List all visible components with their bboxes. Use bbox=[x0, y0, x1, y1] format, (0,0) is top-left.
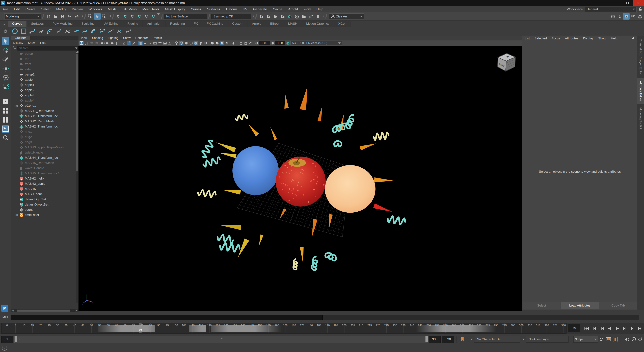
outliner-item-MASH5[interactable]: MASH5 bbox=[11, 186, 78, 191]
play-backwards-button[interactable] bbox=[606, 325, 613, 332]
shelf-tab-xgen[interactable]: XGen bbox=[334, 21, 351, 27]
shelf-tab-bifrost[interactable]: Bifrost bbox=[266, 21, 284, 27]
range-grip[interactable] bbox=[221, 338, 224, 340]
viewport-tool-pencil-12[interactable] bbox=[132, 41, 136, 45]
shelf-tab-sculpting[interactable]: Sculpting bbox=[77, 21, 99, 27]
select-object-button[interactable] bbox=[94, 13, 100, 20]
snap-projected-center-button[interactable] bbox=[136, 13, 142, 20]
ae-menu-list[interactable]: List bbox=[522, 37, 532, 40]
outliner-item-MASH2_helix[interactable]: MASH2_helix bbox=[11, 176, 78, 181]
set-key-icon[interactable] bbox=[612, 336, 619, 343]
pause-viewport-button[interactable] bbox=[314, 13, 321, 20]
menu-help[interactable]: Help bbox=[314, 6, 326, 13]
render-flags-button[interactable] bbox=[294, 13, 300, 20]
current-frame-field[interactable]: 79 bbox=[568, 324, 580, 332]
viewport-menu-lighting[interactable]: Lighting bbox=[106, 36, 121, 40]
shelf-tab-mash[interactable]: MASH bbox=[284, 21, 302, 27]
exposure-icon[interactable] bbox=[254, 41, 259, 45]
outliner-item-MASH4_Transform_loc[interactable]: MASH4_Transform_loc bbox=[11, 155, 78, 160]
symmetry-field[interactable]: Symmetry: Off bbox=[211, 14, 251, 19]
menu-surfaces[interactable]: Surfaces bbox=[204, 6, 223, 13]
layout-two-pane[interactable] bbox=[2, 116, 10, 124]
right-tab-attribute-editor[interactable]: Attribute Editor bbox=[637, 78, 644, 104]
maximize-button[interactable] bbox=[622, 0, 633, 6]
outliner-item-side[interactable]: side bbox=[11, 67, 78, 72]
statusline-grip[interactable] bbox=[112, 14, 114, 19]
go-to-end-button[interactable] bbox=[637, 325, 644, 332]
animation-start-field[interactable]: 1 bbox=[1, 336, 13, 343]
viewport-tool-img-3[interactable] bbox=[94, 41, 98, 45]
menu-cache[interactable]: Cache bbox=[270, 6, 286, 13]
ae-menu-show[interactable]: Show bbox=[596, 37, 608, 40]
anim-layer-dropdown[interactable]: No Anim Layer bbox=[526, 336, 568, 342]
rotate-tool[interactable]: 4"> bbox=[2, 74, 10, 81]
outliner-item-ring3[interactable]: ring3 bbox=[11, 139, 78, 145]
menu-deform[interactable]: Deform bbox=[223, 6, 240, 13]
range-slider[interactable]: 1 bbox=[14, 336, 428, 343]
auto-key-icon[interactable] bbox=[637, 336, 644, 343]
viewport-menu-view[interactable]: View bbox=[78, 36, 90, 40]
menu-flow[interactable]: Flow bbox=[301, 6, 314, 13]
step-forward-key-button[interactable] bbox=[622, 325, 628, 332]
right-tab-channel-box-layer-editor[interactable]: Channel Box / Layer Editor bbox=[637, 36, 644, 78]
render-frame-button[interactable] bbox=[265, 13, 272, 20]
chevron-down-icon[interactable] bbox=[75, 48, 78, 49]
statusline-grip[interactable] bbox=[208, 14, 210, 19]
expand-icon[interactable]: ⊞ bbox=[14, 104, 19, 108]
scroll-up-icon[interactable] bbox=[76, 51, 78, 53]
gamma-icon[interactable] bbox=[270, 41, 274, 45]
shelf-cv-curve-icon[interactable] bbox=[28, 27, 36, 35]
expand-icon[interactable] bbox=[108, 14, 111, 19]
character-set-dropdown[interactable]: No Character Set bbox=[474, 336, 520, 342]
layout-single-pane[interactable] bbox=[2, 98, 10, 106]
outliner-item-apple3[interactable]: apple3 bbox=[11, 93, 78, 98]
viewport-tool-reg-19[interactable] bbox=[162, 41, 167, 45]
outliner-search-input[interactable] bbox=[17, 46, 78, 51]
menu-create[interactable]: Create bbox=[23, 6, 38, 13]
script-editor-badge[interactable]: M bbox=[1, 305, 8, 312]
ipr-render-button[interactable]: IPR bbox=[272, 13, 279, 20]
outliner-horizontal-scrollbar[interactable]: ◀ ▶ bbox=[11, 309, 78, 312]
minimize-button[interactable] bbox=[611, 0, 622, 6]
shelf-curve-edit-icon[interactable] bbox=[55, 27, 62, 35]
gamma-field[interactable]: 1.00 bbox=[275, 41, 285, 45]
viewport-tool-cubed-25[interactable] bbox=[189, 41, 193, 45]
viewport-tool-ball-28[interactable] bbox=[203, 41, 208, 45]
scrollbar-thumb[interactable] bbox=[17, 309, 70, 311]
snap-live-surface-button[interactable] bbox=[150, 13, 157, 20]
outliner-item-persp[interactable]: persp bbox=[11, 51, 78, 56]
shelf-tab-custom[interactable]: Custom bbox=[228, 21, 248, 27]
user-account-dropdown[interactable]: Ziye An bbox=[329, 14, 364, 20]
shelf-tab-fx-caching[interactable]: FX Caching bbox=[202, 21, 228, 27]
outliner-item-twist1Handle[interactable]: twist1Handle bbox=[11, 150, 78, 155]
shelf-tab-arnold[interactable]: Arnold bbox=[248, 21, 266, 27]
shelf-tab-rendering[interactable]: Rendering bbox=[166, 21, 189, 27]
range-start-handle[interactable] bbox=[15, 336, 17, 342]
menu-file[interactable]: File bbox=[0, 6, 11, 13]
outliner-item-defaultObjectSet[interactable]: defaultObjectSet bbox=[11, 202, 78, 207]
ae-button-select[interactable]: Select bbox=[522, 302, 560, 309]
ae-menu-focus[interactable]: Focus bbox=[549, 37, 563, 40]
outliner-item-front[interactable]: front bbox=[11, 61, 78, 67]
outliner-item-MASH5_Transform_loc1[interactable]: MASH5_Transform_loc1 bbox=[11, 171, 78, 176]
outliner-item-MASH5_ReproMesh[interactable]: MASH5_ReproMesh bbox=[11, 160, 78, 165]
tool-settings-toggle[interactable] bbox=[630, 13, 636, 20]
snap-grid-button[interactable] bbox=[115, 13, 122, 20]
viewport-tool-ball2-30[interactable] bbox=[210, 41, 214, 45]
step-forward-frame-button[interactable] bbox=[629, 325, 636, 332]
outliner-item-MASH_cone[interactable]: MASH_cone bbox=[11, 191, 78, 197]
menu-display[interactable]: Display bbox=[69, 6, 86, 13]
menu-mesh[interactable]: Mesh bbox=[105, 6, 119, 13]
attribute-editor-toggle[interactable] bbox=[623, 13, 630, 20]
viewport-tool-axis-10[interactable] bbox=[122, 41, 126, 45]
select-tool[interactable] bbox=[2, 37, 10, 45]
shelf-tab-rigging[interactable]: Rigging bbox=[123, 21, 142, 27]
chevron-down-icon[interactable] bbox=[157, 15, 160, 18]
select-component-button[interactable] bbox=[101, 13, 108, 20]
new-scene-button[interactable] bbox=[45, 13, 52, 20]
outliner-item-apple4[interactable]: apple4 bbox=[11, 98, 78, 103]
viewport-tool-dup-37[interactable] bbox=[238, 41, 242, 45]
live-surface-field[interactable]: No Live Surface bbox=[164, 14, 207, 19]
expand-icon[interactable] bbox=[322, 14, 324, 19]
ae-menu-help[interactable]: Help bbox=[608, 37, 620, 40]
